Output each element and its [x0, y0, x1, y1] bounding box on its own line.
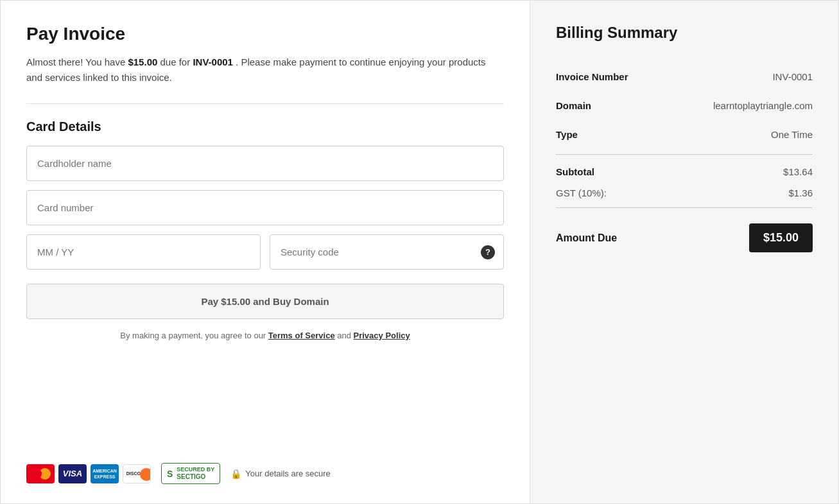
amex-icon: AMERICANEXPRESS	[91, 464, 119, 483]
cardholder-input[interactable]	[26, 146, 504, 181]
invoice-message: Almost there! You have $15.00 due for IN…	[26, 55, 504, 85]
message-mid: due for	[157, 56, 193, 67]
secure-text-label: Your details are secure	[245, 469, 331, 478]
amount-due-badge: $15.00	[749, 223, 813, 252]
sectigo-line2: SECTIGO	[177, 473, 214, 481]
security-code-input[interactable]	[270, 234, 504, 270]
card-number-input[interactable]	[26, 190, 504, 225]
mastercard-icon	[26, 464, 55, 483]
domain-row: Domain learntoplaytriangle.com	[556, 91, 813, 120]
terms-mid: and	[335, 331, 354, 340]
discover-icon: DISCOVER	[123, 464, 151, 483]
sectigo-text: SECURED BY SECTIGO	[177, 466, 214, 481]
privacy-policy-link[interactable]: Privacy Policy	[354, 331, 410, 340]
pay-button[interactable]: Pay $15.00 and Buy Domain	[26, 284, 504, 319]
card-icons: VISA AMERICANEXPRESS DISCOVER	[26, 464, 151, 483]
invoice-bold: INV-0001	[193, 56, 233, 67]
lock-icon: 🔒	[230, 469, 241, 479]
billing-divider	[556, 154, 813, 155]
subtotal-value: $13.64	[783, 166, 813, 177]
expiry-input[interactable]	[26, 234, 261, 270]
sectigo-badge: S SECURED BY SECTIGO	[161, 463, 220, 484]
message-prefix: Almost there! You have	[26, 56, 128, 67]
gst-row: GST (10%): $1.36	[556, 184, 813, 202]
billing-title: Billing Summary	[556, 24, 813, 42]
invoice-number-label: Invoice Number	[556, 71, 628, 82]
left-panel: Pay Invoice Almost there! You have $15.0…	[1, 1, 530, 503]
help-icon[interactable]: ?	[481, 245, 495, 259]
security-wrapper: ?	[270, 234, 504, 270]
subtotal-row: Subtotal $13.64	[556, 160, 813, 184]
card-number-group	[26, 190, 504, 225]
cardholder-group	[26, 146, 504, 181]
terms-text: By making a payment, you agree to our Te…	[26, 331, 504, 340]
card-details-title: Card Details	[26, 119, 504, 134]
sectigo-line1: SECURED BY	[177, 466, 214, 473]
section-divider	[26, 103, 504, 104]
expiry-group	[26, 234, 261, 270]
gst-value: $1.36	[788, 187, 813, 198]
page-container: Pay Invoice Almost there! You have $15.0…	[0, 0, 839, 504]
terms-prefix: By making a payment, you agree to our	[120, 331, 268, 340]
page-title: Pay Invoice	[26, 24, 504, 44]
sectigo-s-icon: S	[167, 469, 173, 479]
invoice-number-row: Invoice Number INV-0001	[556, 62, 813, 91]
expiry-security-row: ?	[26, 234, 504, 270]
subtotal-label: Subtotal	[556, 166, 594, 177]
right-panel: Billing Summary Invoice Number INV-0001 …	[530, 1, 838, 503]
type-row: Type One Time	[556, 120, 813, 149]
footer-row: VISA AMERICANEXPRESS DISCOVER S SECURED …	[26, 463, 504, 484]
amount-divider	[556, 207, 813, 208]
security-group: ?	[270, 234, 504, 270]
type-label: Type	[556, 129, 578, 140]
invoice-number-value: INV-0001	[772, 71, 813, 82]
amount-bold: $15.00	[128, 56, 157, 67]
domain-value: learntoplaytriangle.com	[713, 100, 813, 111]
type-value: One Time	[771, 129, 813, 140]
gst-label: GST (10%):	[556, 187, 607, 198]
visa-icon: VISA	[58, 464, 87, 483]
domain-label: Domain	[556, 100, 591, 111]
amount-due-row: Amount Due $15.00	[556, 223, 813, 252]
terms-of-service-link[interactable]: Terms of Service	[268, 331, 335, 340]
amount-due-label: Amount Due	[556, 232, 617, 244]
secure-text-group: 🔒 Your details are secure	[230, 469, 331, 479]
